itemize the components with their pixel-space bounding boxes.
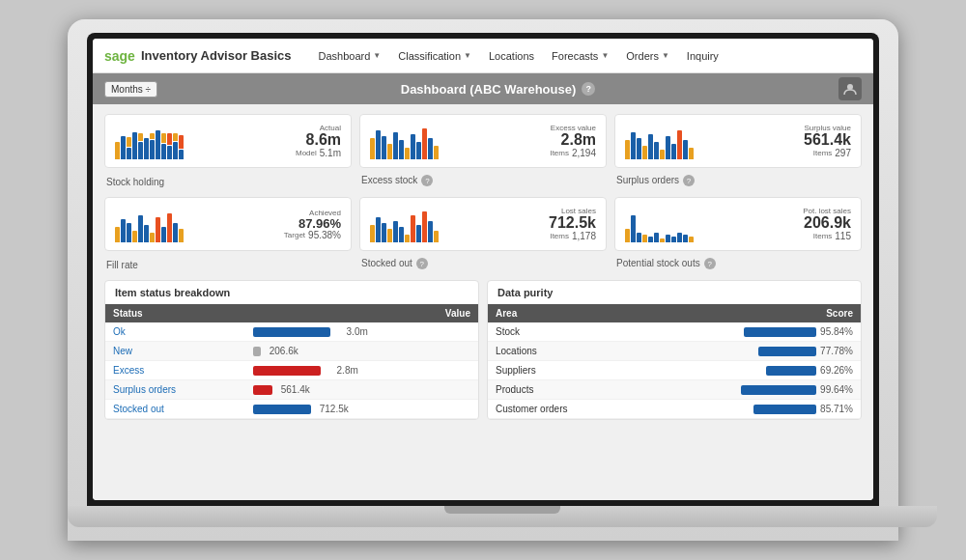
area-cell: Locations <box>488 342 639 361</box>
area-col-header: Area <box>488 304 639 322</box>
value-cell: 3.0m <box>245 322 478 342</box>
stocked-out-help-icon[interactable]: ? <box>416 258 428 269</box>
item-status-title: Item status breakdown <box>105 281 478 304</box>
excess-stock-chart <box>370 123 439 159</box>
area-cell: Customer orders <box>488 400 639 419</box>
svg-point-0 <box>847 84 853 90</box>
table-row: Products 99.64% <box>488 380 861 400</box>
kpi-row-2-labels: Fill rate Stocked out ? Potential stock … <box>104 255 862 272</box>
surplus-orders-chart <box>625 123 694 159</box>
status-cell[interactable]: Surplus orders <box>105 380 245 400</box>
excess-help-icon[interactable]: ? <box>421 175 433 186</box>
nav-bar: Dashboard ▼ Classification ▼ Locations F… <box>311 46 863 66</box>
value-cell: 561.4k <box>245 380 478 400</box>
nav-locations[interactable]: Locations <box>481 46 542 66</box>
status-cell[interactable]: Ok <box>105 322 245 342</box>
nav-inquiry[interactable]: Inquiry <box>679 46 726 66</box>
table-row: Suppliers 69.26% <box>488 361 861 380</box>
help-icon[interactable]: ? <box>582 82 595 96</box>
chevron-down-icon: ▼ <box>662 51 669 60</box>
nav-forecasts[interactable]: Forecasts ▼ <box>544 46 616 66</box>
surplus-orders-info: Surplus value 561.4k Items 297 <box>701 124 851 158</box>
stocked-out-chart <box>370 206 439 242</box>
table-row: Stock 95.84% <box>488 322 861 342</box>
data-purity-card: Data purity Area Score Stock <box>487 280 862 420</box>
table-row: Customer orders 85.71% <box>488 400 861 419</box>
value-cell: 206.6k <box>245 342 478 361</box>
kpi-row-1: Actual 8.6m Model 5.1m <box>104 114 862 168</box>
table-row: Surplus orders 561.4k <box>105 380 478 400</box>
fill-rate-info: Achieved 87.96% Target 95.38% <box>191 209 341 240</box>
chevron-down-icon: ▼ <box>373 51 381 60</box>
app-header: sage Inventory Advisor Basics Dashboard … <box>93 39 873 73</box>
score-cell: 99.64% <box>639 380 861 400</box>
laptop-base <box>68 506 937 527</box>
potential-stockouts-info: Pot. lost sales 206.9k Items 115 <box>701 207 851 241</box>
table-row: New 206.6k <box>105 342 478 361</box>
area-cell: Suppliers <box>488 361 639 380</box>
kpi-stock-holding: Actual 8.6m Model 5.1m <box>104 114 352 168</box>
kpi-row-1-labels: Stock holding Excess stock ? Surplus ord… <box>104 172 862 189</box>
surplus-help-icon[interactable]: ? <box>683 175 695 186</box>
table-row: Excess 2.8m <box>105 361 478 380</box>
nav-dashboard[interactable]: Dashboard ▼ <box>311 46 389 66</box>
stock-holding-info: Actual 8.6m Model 5.1m <box>191 124 341 158</box>
score-cell: 95.84% <box>639 322 861 342</box>
score-cell: 85.71% <box>639 400 861 419</box>
item-status-breakdown-card: Item status breakdown Status Value Ok <box>104 280 479 420</box>
value-col-header: Value <box>245 304 478 322</box>
table-row: Ok 3.0m <box>105 322 478 342</box>
table-row: Locations 77.78% <box>488 342 861 361</box>
kpi-stocked-out: Lost sales 712.5k Items 1,178 <box>359 197 607 251</box>
potential-stockouts-help-icon[interactable]: ? <box>704 258 716 269</box>
dashboard-content: Actual 8.6m Model 5.1m <box>93 104 873 500</box>
fill-rate-chart <box>115 206 184 242</box>
value-cell: 2.8m <box>245 361 478 380</box>
score-cell: 69.26% <box>639 361 861 380</box>
chevron-down-icon: ▼ <box>464 51 471 60</box>
app-title: Inventory Advisor Basics <box>141 48 292 63</box>
kpi-excess-stock: Excess value 2.8m Items 2,194 <box>359 114 607 168</box>
kpi-row-2: Achieved 87.96% Target 95.38% <box>104 197 862 251</box>
status-col-header: Status <box>105 304 245 322</box>
nav-orders[interactable]: Orders ▼ <box>618 46 677 66</box>
data-purity-title: Data purity <box>488 281 861 304</box>
status-cell[interactable]: Stocked out <box>105 400 245 419</box>
period-selector[interactable]: Months ÷ <box>104 81 157 98</box>
area-cell: Stock <box>488 322 639 342</box>
kpi-surplus-orders: Surplus value 561.4k Items 297 <box>614 114 862 168</box>
stock-holding-chart <box>115 123 184 159</box>
score-col-header: Score <box>639 304 861 322</box>
data-purity-table: Area Score Stock 95.84% Locations 77.78 <box>488 304 861 419</box>
item-status-table: Status Value Ok 3.0m New 206.6k <box>105 304 478 419</box>
nav-classification[interactable]: Classification ▼ <box>390 46 479 66</box>
kpi-potential-stockouts: Pot. lost sales 206.9k Items 115 <box>614 197 862 251</box>
sage-logo: sage <box>104 48 135 64</box>
status-cell[interactable]: Excess <box>105 361 245 380</box>
potential-stockouts-chart <box>625 206 694 242</box>
kpi-fill-rate: Achieved 87.96% Target 95.38% <box>104 197 352 251</box>
user-icon[interactable] <box>838 77 862 100</box>
area-cell: Products <box>488 380 639 400</box>
status-cell[interactable]: New <box>105 342 245 361</box>
stocked-out-info: Lost sales 712.5k Items 1,178 <box>446 207 596 241</box>
dashboard-title: Dashboard (ABC Warehouse) ? <box>157 82 838 97</box>
table-row: Stocked out 712.5k <box>105 400 478 419</box>
dashboard-toolbar: Months ÷ Dashboard (ABC Warehouse) ? <box>93 73 873 104</box>
score-cell: 77.78% <box>639 342 861 361</box>
excess-stock-info: Excess value 2.8m Items 2,194 <box>446 124 596 158</box>
value-cell: 712.5k <box>245 400 478 419</box>
chevron-down-icon: ▼ <box>601 51 609 60</box>
bottom-section: Item status breakdown Status Value Ok <box>104 280 862 420</box>
